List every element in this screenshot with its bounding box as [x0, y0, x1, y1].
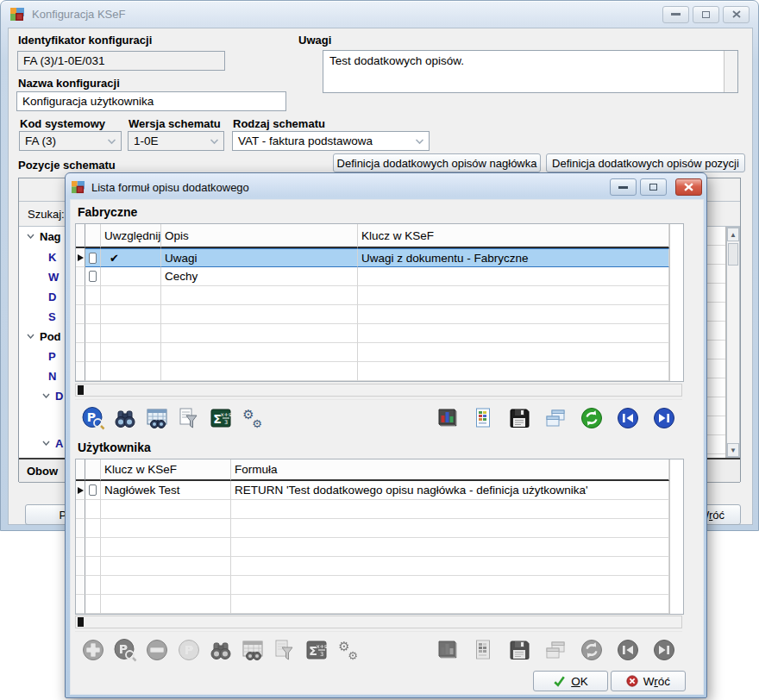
cell [85, 267, 101, 286]
dialog-minimize-button[interactable] [610, 178, 637, 196]
close-button[interactable] [723, 6, 750, 23]
first-icon[interactable] [615, 405, 641, 431]
filter-icon[interactable] [176, 405, 202, 431]
wroc-button[interactable]: Wróć [611, 671, 686, 691]
refresh-icon[interactable] [579, 637, 605, 663]
row-checkbox[interactable] [89, 253, 97, 264]
sum-icon[interactable]: Σx+s3 [208, 405, 234, 431]
copy-icon[interactable] [543, 405, 568, 431]
refresh-icon[interactable] [579, 405, 605, 431]
save-icon[interactable] [506, 405, 532, 431]
tree-item[interactable]: Nag [27, 228, 61, 245]
table-row[interactable] [76, 576, 683, 595]
table-row[interactable] [76, 305, 683, 324]
tree-item[interactable]: Pod [27, 328, 61, 345]
column-header: Klucz w KSeF [101, 459, 231, 481]
row-checkbox[interactable] [89, 271, 97, 282]
grid-search-icon[interactable] [144, 405, 170, 431]
def-pozycji-button[interactable]: Definicja dodatkowych opisów pozycji [546, 153, 745, 172]
add-icon[interactable] [80, 637, 106, 663]
tree-item[interactable]: N [48, 367, 56, 384]
dialog-titlebar[interactable]: Lista formuł opisu dodatkowego [71, 178, 702, 197]
binoculars-icon[interactable] [208, 637, 234, 663]
uzytkownika-hscrollbar[interactable] [75, 616, 682, 628]
dialog-maximize-button[interactable] [640, 178, 667, 196]
maximize-button[interactable] [693, 6, 719, 23]
table-row[interactable]: ✔UwagiUwagi z dokumentu - Fabryczne [76, 248, 683, 267]
tree-item[interactable]: S [48, 308, 56, 325]
rodzaj-value: VAT - faktura podstawowa [238, 134, 373, 147]
table-row[interactable]: Cechy [76, 267, 683, 286]
first-icon[interactable] [615, 637, 641, 663]
hscroll-thumb[interactable] [78, 385, 84, 395]
hscroll-thumb[interactable] [78, 617, 84, 627]
table-row[interactable]: Nagłówek TestRETURN 'Test dodatkowego op… [76, 481, 683, 500]
sheet-icon[interactable] [470, 637, 496, 663]
uwagi-scrollbar[interactable] [724, 51, 737, 92]
table-row[interactable] [76, 286, 683, 305]
schema-scrollbar[interactable]: ▲ ▼ [726, 227, 740, 458]
table-row[interactable] [76, 343, 683, 362]
scroll-up-button[interactable]: ▲ [727, 228, 739, 241]
remove-icon[interactable] [144, 637, 170, 663]
grid-search-icon[interactable] [240, 637, 266, 663]
table-row[interactable] [76, 500, 683, 519]
filter-icon[interactable] [272, 637, 298, 663]
table-row[interactable] [76, 519, 683, 538]
last-icon[interactable] [651, 405, 677, 431]
chevron-down-icon[interactable] [27, 234, 34, 239]
cell [85, 324, 101, 343]
tree-item[interactable]: K [48, 248, 56, 266]
tree-item[interactable]: D [48, 288, 56, 305]
identyfikator-field[interactable]: FA (3)/1-0E/031 [17, 51, 225, 71]
table-row[interactable] [76, 362, 683, 381]
cell [101, 362, 161, 381]
cell [669, 286, 683, 305]
fabryczne-hscrollbar[interactable] [75, 384, 682, 397]
cell [85, 500, 101, 519]
row-checkbox[interactable] [89, 484, 97, 496]
chart-icon[interactable] [434, 637, 460, 663]
tree-item-label: Pod [40, 330, 61, 343]
last-icon[interactable] [651, 637, 677, 663]
sum-icon[interactable]: Σx+s3 [304, 637, 329, 663]
main-titlebar[interactable]: Konfiguracja KSeF [1, 1, 758, 28]
tree-item[interactable]: A [42, 434, 63, 452]
table-row[interactable] [76, 538, 683, 557]
scroll-thumb[interactable] [728, 243, 738, 266]
chevron-down-icon[interactable] [42, 441, 50, 446]
gears-icon[interactable]: ⚙⚙ [336, 637, 361, 663]
preview-search-icon[interactable]: P [80, 405, 106, 431]
preview-search-icon[interactable]: P [112, 637, 138, 663]
kod-combo[interactable]: FA (3) [19, 131, 122, 151]
column-header: Opis [161, 224, 358, 248]
cell [669, 538, 683, 557]
cell [76, 305, 85, 324]
rodzaj-combo[interactable]: VAT - faktura podstawowa [232, 131, 430, 151]
tree-item[interactable]: D [42, 387, 63, 404]
dialog-close-button[interactable] [675, 178, 702, 196]
wersja-combo[interactable]: 1-0E [128, 131, 224, 151]
gears-icon[interactable]: ⚙⚙ [240, 405, 266, 431]
minimize-button[interactable] [662, 6, 689, 23]
ok-button[interactable]: OK [533, 671, 608, 691]
table-row[interactable] [76, 324, 683, 343]
binoculars-icon[interactable] [112, 405, 138, 431]
save-icon[interactable] [506, 637, 532, 663]
p-circle-icon[interactable]: P [176, 637, 202, 663]
def-naglowka-button[interactable]: Definicja dodatkowych opisów nagłówka [333, 153, 541, 172]
scroll-down-button[interactable]: ▼ [727, 443, 739, 457]
tree-item[interactable]: P [48, 347, 56, 365]
copy-icon[interactable] [543, 637, 568, 663]
nazwa-field[interactable]: Konfiguracja użytkownika [16, 91, 286, 111]
chevron-down-icon[interactable] [42, 393, 50, 398]
chart-icon[interactable] [434, 405, 460, 431]
table-row[interactable] [76, 595, 683, 614]
tree-item[interactable]: W [48, 268, 59, 285]
uwagi-textarea[interactable]: Test dodatkowych opisów. [323, 50, 738, 93]
table-row[interactable] [76, 557, 683, 576]
cell [101, 557, 231, 576]
chevron-down-icon[interactable] [27, 334, 34, 339]
sheet-icon[interactable] [470, 405, 496, 431]
cell [76, 362, 85, 381]
